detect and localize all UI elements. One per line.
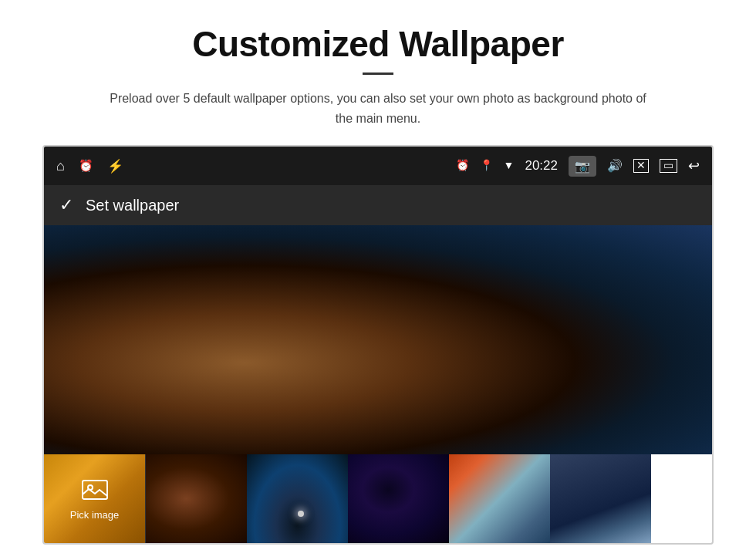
close-icon: ✕	[633, 159, 649, 173]
wallpaper-thumb-7[interactable]	[651, 454, 712, 543]
check-icon[interactable]: ✓	[59, 195, 73, 215]
action-bar-title: Set wallpaper	[86, 197, 179, 214]
status-bar-right: ⏰ 📍 ▼ 20:22 📷 🔊 ✕ ▭ ↩	[456, 156, 700, 177]
wallpaper-thumb-5[interactable]	[449, 454, 550, 543]
action-bar: ✓ Set wallpaper	[44, 185, 712, 225]
wallpaper-thumb-2[interactable]	[146, 454, 247, 543]
title-divider	[363, 73, 393, 75]
thumbnail-strip: Pick image	[44, 454, 712, 543]
image-pick-icon	[81, 477, 109, 506]
wallpaper-thumb-6[interactable]	[550, 454, 651, 543]
home-icon: ⌂	[56, 159, 65, 173]
svg-rect-0	[83, 481, 107, 499]
pick-image-button[interactable]: Pick image	[44, 454, 146, 543]
location-icon: 📍	[480, 160, 493, 171]
wallpaper-thumb-4[interactable]	[348, 454, 449, 543]
pick-image-label: Pick image	[70, 509, 120, 521]
page-subtitle: Preload over 5 default wallpaper options…	[108, 89, 648, 128]
clock-icon: ⏰	[456, 160, 469, 171]
usb-icon: ⚡	[107, 160, 123, 173]
status-bar: ⌂ ⏰ ⚡ ⏰ 📍 ▼ 20:22 📷 🔊 ✕ ▭ ↩	[44, 147, 712, 185]
device-screen: ⌂ ⏰ ⚡ ⏰ 📍 ▼ 20:22 📷 🔊 ✕ ▭ ↩ ✓ Set wallpa…	[42, 145, 714, 545]
wifi-icon: ▼	[504, 160, 515, 171]
status-bar-left: ⌂ ⏰ ⚡	[56, 159, 123, 173]
volume-icon: 🔊	[607, 160, 623, 172]
wallpaper-thumb-3[interactable]	[247, 454, 348, 543]
status-time: 20:22	[525, 158, 558, 174]
window-icon: ▭	[660, 159, 677, 173]
page-title: Customized Wallpaper	[192, 23, 564, 65]
wallpaper-preview	[44, 225, 712, 454]
back-icon: ↩	[688, 159, 700, 173]
wallpaper-main-image	[44, 225, 712, 454]
alarm-icon: ⏰	[79, 160, 93, 172]
camera-icon: 📷	[569, 156, 596, 177]
page-container: Customized Wallpaper Preload over 5 defa…	[0, 0, 756, 560]
